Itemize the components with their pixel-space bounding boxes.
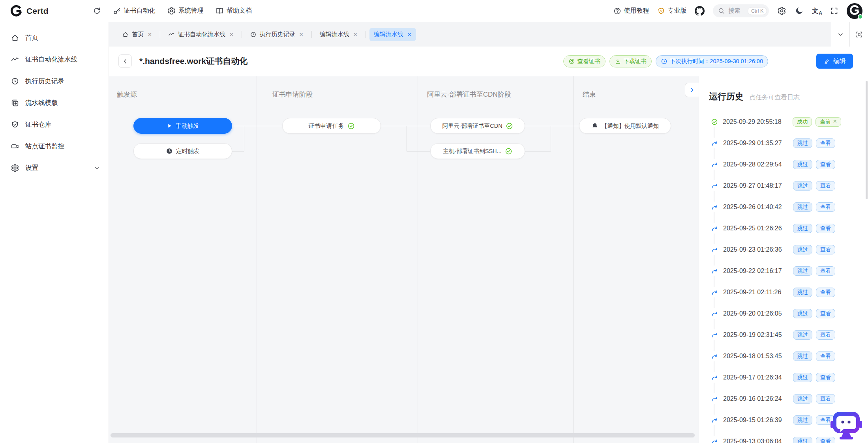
view-log-button[interactable]: 查看 [816,160,835,170]
run-timestamp: 2025-09-28 02:29:54 [723,161,793,168]
view-log-button[interactable]: 查看 [816,373,835,383]
node-cert-apply-task[interactable]: 证书申请任务 [282,118,381,134]
view-log-button[interactable]: 查看 [816,202,835,212]
skip-arrow-icon [711,331,718,339]
close-icon[interactable]: ✕ [833,119,837,125]
run-timestamp: 2025-09-16 01:26:24 [723,395,793,402]
skip-arrow-icon [711,353,718,360]
sidebar-item-站点证书监控[interactable]: 站点证书监控 [0,135,109,157]
timeline-connector [714,404,714,415]
tab-首页[interactable]: 首页✕ [118,28,156,41]
run-timestamp: 2025-09-15 01:26:39 [723,417,793,424]
tab-证书自动化流水线[interactable]: 证书自动化流水线✕ [164,28,238,41]
connector-line [407,151,430,151]
timeline-connector [714,297,714,308]
tab-close-icon[interactable]: ✕ [229,32,234,37]
status-badge-skipped: 跳过 [793,437,812,443]
topnav-item[interactable]: 帮助文档 [216,7,252,15]
view-log-button[interactable]: 查看 [816,181,835,191]
topnav-item[interactable]: 系统管理 [167,7,204,15]
timeline-connector [714,212,714,223]
vip-badge-icon [657,7,665,15]
chat-robot-widget[interactable] [830,410,862,440]
view-log-button[interactable]: 查看 [816,351,835,361]
success-check-icon [506,122,513,130]
node-notify[interactable]: 【通知】使用默认通知 [579,118,671,134]
search-input[interactable]: 搜索 Ctrl K [713,4,769,17]
collapse-panel-button[interactable] [685,83,699,97]
run-row: 2025-09-23 01:26:36跳过查看 [711,244,866,255]
connector-line [381,126,430,126]
node-deploy-cdn[interactable]: 阿里云-部署证书至CDN [430,118,525,134]
sidebar-item-首页[interactable]: 首页 [0,27,109,49]
tab-controls [831,22,868,47]
github-icon[interactable] [695,6,705,16]
view-log-button[interactable]: 查看 [816,330,835,340]
run-row: 2025-09-26 01:40:42跳过查看 [711,202,866,213]
status-badge-skipped: 跳过 [793,373,812,383]
view-log-button[interactable]: 查看 [816,224,835,234]
success-check-icon [347,122,355,130]
tab-close-icon[interactable]: ✕ [353,32,358,37]
user-avatar[interactable] [847,3,862,19]
view-log-button[interactable]: 查看 [816,394,835,404]
node-manual-trigger[interactable]: 手动触发 [133,118,232,134]
search-shortcut-badge: Ctrl K [748,7,767,15]
status-badge-skipped: 跳过 [793,138,812,148]
refresh-icon[interactable] [93,7,101,15]
edit-button[interactable]: 编辑 [816,54,853,69]
pro-version-link[interactable]: 专业版 [657,7,686,15]
download-icon [615,58,621,65]
view-cert-button[interactable]: 查看证书 [563,55,606,67]
view-log-button[interactable]: 查看 [816,138,835,148]
tab-dropdown-button[interactable] [831,22,849,47]
view-log-button[interactable]: 查看 [816,266,835,276]
topnav-item[interactable]: 证书自动化 [113,7,156,15]
sidebar-item-证书仓库[interactable]: 证书仓库 [0,114,109,135]
view-log-button[interactable]: 查看 [816,309,835,319]
tab-close-icon[interactable]: ✕ [299,32,304,37]
run-timestamp: 2025-09-29 01:35:27 [723,140,793,147]
tab-close-icon[interactable]: ✕ [148,32,152,37]
tab-编辑流水线[interactable]: 编辑流水线✕ [315,28,362,41]
fullscreen-icon[interactable] [830,7,838,15]
status-badge-skipped: 跳过 [793,415,812,425]
view-log-button[interactable]: 查看 [816,288,835,297]
horizontal-scrollbar[interactable] [111,433,695,437]
skip-arrow-icon [711,374,718,381]
node-timer-trigger[interactable]: 定时触发 [133,143,232,159]
brand[interactable]: Certd [10,5,49,17]
content-fullscreen-button[interactable] [849,22,868,47]
sidebar-item-执行历史记录[interactable]: 执行历史记录 [0,70,109,92]
certd-logo-icon [10,5,22,17]
tab-编辑流水线-active[interactable]: 编辑流水线✕ [369,28,416,41]
back-button[interactable] [118,54,132,68]
dark-mode-moon-icon[interactable] [795,6,804,15]
run-timestamp: 2025-09-26 01:40:42 [723,204,793,211]
view-log-button[interactable]: 查看 [816,245,835,255]
tab-close-icon[interactable]: ✕ [407,32,412,37]
stage-title-apply: 证书申请阶段 [272,90,313,99]
status-badge-skipped: 跳过 [793,309,812,319]
timer-icon [166,148,173,155]
sidebar-item-设置[interactable]: 设置 [0,157,109,179]
tab-执行历史记录[interactable]: 执行历史记录✕ [246,28,308,41]
run-row: 2025-09-18 01:53:45跳过查看 [711,351,866,362]
settings-gear-icon[interactable] [777,6,786,15]
help-tutorial-link[interactable]: 使用教程 [613,7,649,15]
skip-arrow-icon [711,204,718,211]
connector-line [244,126,244,151]
vertical-scrollbar[interactable] [866,81,868,199]
download-cert-button[interactable]: 下载证书 [609,55,652,67]
run-row: 2025-09-29 20:55:18成功当前✕ [711,116,866,127]
connector-line [232,151,244,151]
node-deploy-ssh[interactable]: 主机-部署证书到SSH... [430,143,525,159]
success-check-icon [505,148,512,155]
timeline-connector [714,234,714,244]
sidebar-item-证书自动化流水线[interactable]: 证书自动化流水线 [0,49,109,70]
run-history-header: 运行历史 点任务可查看日志 [709,91,800,103]
sidebar-item-流水线模版[interactable]: 流水线模版 [0,92,109,114]
run-timestamp: 2025-09-13 03:06:04 [723,438,793,443]
language-translate-icon[interactable]: 文A [812,8,822,14]
connector-line [525,126,579,126]
